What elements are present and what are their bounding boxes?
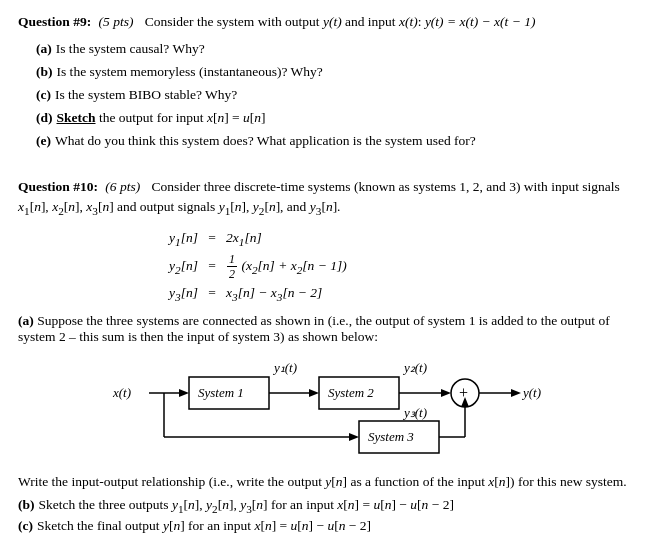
q9-part-c: (c) Is the system BIBO stable? Why? (36, 84, 633, 107)
q10-pts: (6 pts) (105, 179, 140, 194)
svg-text:System 2: System 2 (328, 385, 374, 400)
q10-part-c: (c) Sketch the final output y[n] for an … (18, 518, 633, 534)
q10-equations: y1[n] = 2x1[n] y2[n] = 12 (x2[n] + x2[n … (138, 226, 633, 308)
svg-text:x(t): x(t) (112, 385, 131, 400)
question-10: Question #10: (6 pts) Consider three dis… (18, 177, 633, 534)
eq-row-3: y3[n] = x3[n] − x3[n − 2] (138, 281, 322, 307)
question-9: Question #9: (5 pts) Consider the system… (18, 12, 633, 153)
q9-part-e: (e) What do you think this system does? … (36, 130, 633, 153)
svg-marker-7 (309, 389, 319, 397)
svg-text:+: + (459, 384, 468, 401)
q9-part-b: (b) Is the system memoryless (instantane… (36, 61, 633, 84)
svg-marker-16 (511, 389, 521, 397)
svg-text:y₂(t): y₂(t) (402, 360, 427, 375)
q9-number: Question #9: (18, 14, 91, 29)
diagram-inner: x(t) System 1 y₁(t) System 2 y₂(t) (111, 355, 541, 465)
q10-part-a: (a) Suppose the three systems are connec… (18, 313, 633, 345)
svg-marker-2 (179, 389, 189, 397)
q10-header: Question #10: (6 pts) Consider three dis… (18, 177, 633, 220)
svg-marker-12 (441, 389, 451, 397)
q9-part-d: (d) Sketch the output for input x[n] = u… (36, 107, 633, 130)
block-diagram: x(t) System 1 y₁(t) System 2 y₂(t) (18, 355, 633, 465)
diagram-svg: x(t) System 1 y₁(t) System 2 y₂(t) (111, 355, 541, 465)
q10-part-b: (b) Sketch the three outputs y1[n], y2[n… (18, 497, 633, 515)
svg-text:System 1: System 1 (198, 385, 244, 400)
q10-number: Question #10: (18, 179, 98, 194)
svg-text:System 3: System 3 (368, 429, 414, 444)
q10-write-text: Write the input-output relationship (i.e… (18, 471, 633, 493)
q9-part-a: (a) Is the system causal? Why? (36, 38, 633, 61)
q9-pts: (5 pts) (99, 14, 134, 29)
svg-marker-20 (349, 433, 359, 441)
q9-parts: (a) Is the system causal? Why? (b) Is th… (36, 38, 633, 153)
q9-intro: Consider the system with output y(t) and… (145, 14, 536, 29)
q9-header: Question #9: (5 pts) Consider the system… (18, 12, 633, 32)
svg-text:y₃(t): y₃(t) (402, 405, 427, 420)
svg-text:y₁(t): y₁(t) (272, 360, 297, 375)
eq-row-1: y1[n] = 2x1[n] (138, 226, 262, 252)
svg-text:y(t): y(t) (521, 385, 541, 400)
eq-row-2: y2[n] = 12 (x2[n] + x2[n − 1]) (138, 252, 347, 282)
